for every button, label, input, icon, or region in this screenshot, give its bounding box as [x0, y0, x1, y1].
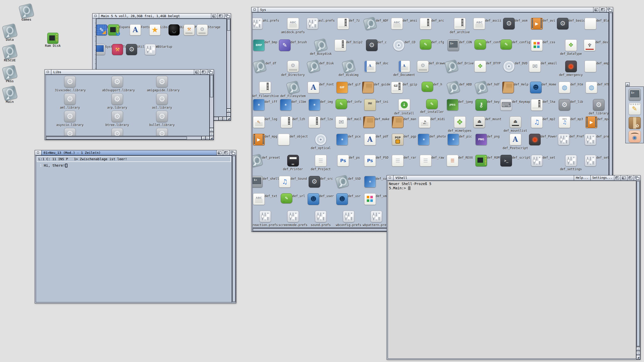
- icon-def_avi[interactable]: ▶def_avi: [528, 18, 558, 29]
- icon-def_mail[interactable]: ✉def_mail: [334, 116, 364, 128]
- dock-collapse-button[interactable]: ⌄: [625, 82, 630, 86]
- shrink-icon[interactable]: [614, 175, 621, 180]
- libs-hscrollbar[interactable]: [46, 136, 202, 140]
- iconify-icon[interactable]: [211, 14, 218, 18]
- libs-titlebar[interactable]: Libs: [45, 70, 214, 75]
- icon-def_config[interactable]: ✎def_config: [500, 39, 531, 50]
- scroll-down-icon[interactable]: ▽: [636, 351, 640, 355]
- vshell-titlebar[interactable]: VShell Help... Settings...: [387, 175, 640, 180]
- main-titlebar[interactable]: Main 5 % voll, 28,3GB frei, 1,4GB belegt: [93, 14, 231, 19]
- icon-ahi.prefs[interactable]: ahi.prefs: [252, 18, 280, 29]
- icon-PKGs[interactable]: PKGs: [0, 66, 26, 83]
- vshell-vscrollbar[interactable]: [636, 181, 640, 347]
- icon-amidock.prefs[interactable]: ABCamidock.prefs: [278, 18, 308, 34]
- sys-titlebar[interactable]: Sys: [252, 7, 613, 12]
- icon-def_midi[interactable]: ♫def_midi: [417, 116, 447, 128]
- icon-def_mpeg[interactable]: ▶def_mpeg: [584, 116, 609, 128]
- icon-def_hdf[interactable]: def_hdf: [472, 82, 503, 93]
- icon-asl.prefs[interactable]: asl.prefs: [306, 18, 336, 29]
- icon-def_png[interactable]: PNGdef_png: [472, 134, 503, 145]
- depth-icon[interactable]: [224, 14, 231, 18]
- icon-def_CON[interactable]: 1>def_CON: [445, 39, 475, 51]
- icon-def_Filesystem[interactable]: def_Filesystem: [278, 82, 308, 98]
- dock-archive-icon[interactable]: ✿: [629, 117, 641, 129]
- icon-def_Disk[interactable]: def_Disk: [306, 61, 336, 72]
- icon-def_bmp[interactable]: BMPdef_bmp: [252, 39, 280, 51]
- icon-def_pcx[interactable]: ✶def_pcx: [334, 134, 364, 145]
- scroll-down-icon[interactable]: ▽: [227, 113, 231, 117]
- icon-def_emergency[interactable]: ◉def_emergency: [556, 61, 586, 77]
- icon-def_pgp[interactable]: PGPdef_pgp: [389, 134, 419, 145]
- icon-wbconfig.prefs[interactable]: wbconfig.prefs: [334, 211, 364, 227]
- icon-bullet.library[interactable]: ⚙bullet.library: [147, 111, 177, 127]
- icon-Main[interactable]: Main: [0, 87, 26, 104]
- icon-def_asm[interactable]: ⚙def_asm: [500, 18, 531, 29]
- icon-screenmode.prefs[interactable]: screenmode.prefs: [278, 211, 308, 227]
- close-icon[interactable]: [252, 7, 258, 12]
- iconify-icon[interactable]: [621, 175, 627, 180]
- icon-def_setup[interactable]: def_setup: [584, 155, 609, 166]
- editor-titlebar[interactable]: 01>Neu_13 (Mod.) - 1 Zeile(n): [35, 150, 236, 155]
- icon-def_raw[interactable]: ☰def_raw: [417, 155, 447, 166]
- editor-content[interactable]: L:1 C: 11 INS P 1> Zwischenablage ist le…: [36, 155, 232, 302]
- icon-def_script[interactable]: >_def_script: [500, 155, 531, 166]
- libs-vscrollbar[interactable]: [210, 75, 214, 128]
- icon-RESCUE[interactable]: RESCUE: [0, 45, 26, 62]
- icon-def_Help[interactable]: def_Help: [500, 82, 531, 93]
- scroll-right-icon[interactable]: ▷: [206, 136, 210, 140]
- icon-def_brush[interactable]: ✎def_brush: [278, 39, 308, 51]
- icon-def_Pref[interactable]: def_Pref: [556, 134, 586, 145]
- icon-def_usr[interactable]: ☻def_usr: [334, 193, 364, 205]
- icon-def_email[interactable]: ✉def_email: [528, 61, 558, 72]
- icon-def_Power[interactable]: ◉def_Power: [528, 134, 558, 145]
- depth-icon[interactable]: [634, 175, 640, 180]
- icon-def_mp3[interactable]: ♫MP3def_mp3: [556, 116, 586, 128]
- icon-def_photo[interactable]: ✶def_photo: [417, 134, 447, 145]
- icon-def_Sound[interactable]: ♫def_Sound: [278, 176, 308, 188]
- icon-def_rar[interactable]: ☰def_rar: [389, 155, 419, 166]
- icon-sound.prefs[interactable]: sound.prefs: [306, 211, 336, 227]
- icon-def_ansi[interactable]: ABCdef_ansi: [389, 18, 419, 29]
- icon-def_device[interactable]: ♆def_device: [584, 39, 609, 51]
- icon-def_bzip2[interactable]: def_bzip2: [334, 39, 364, 51]
- depth-icon[interactable]: [207, 70, 214, 74]
- icon-def_DataType[interactable]: ❖def_DataType: [556, 39, 586, 56]
- close-icon[interactable]: [93, 14, 99, 18]
- icon-def_mp2[interactable]: ♫def_mp2: [528, 116, 558, 128]
- icon-def_arc[interactable]: def_arc: [417, 18, 447, 29]
- icon-def_gif[interactable]: GIFdef_gif: [334, 82, 364, 93]
- icon-def_empty[interactable]: def_empty: [584, 61, 609, 72]
- icon-def_settings[interactable]: def_settings: [556, 155, 586, 171]
- icon-def_mountlist[interactable]: ⏏def_mountlist: [500, 116, 531, 133]
- icon-def_ascii[interactable]: ABCdef_ascii: [472, 18, 503, 29]
- vshell-content[interactable]: Neuer Shell-Prozeß 5 5.Main:>: [388, 181, 636, 359]
- icon-def_ilbm[interactable]: ✶def_ilbm: [278, 99, 308, 111]
- icon-def_ini[interactable]: INIdef_ini: [361, 99, 391, 111]
- resize-icon[interactable]: ◢: [636, 355, 640, 359]
- icon-def_diskimg[interactable]: def_diskimg: [334, 61, 364, 77]
- icon-def_man[interactable]: def_man: [389, 116, 419, 128]
- icon-Storage[interactable]: ⚙Storage: [193, 24, 224, 35]
- icon-def_basic[interactable]: ⚙def_basic: [556, 18, 586, 29]
- icon-def_Drive[interactable]: def_Drive: [445, 61, 475, 72]
- icon-def_h[interactable]: ✎def_h: [417, 82, 447, 92]
- zoom-icon[interactable]: [218, 14, 224, 18]
- icon-unlabeled[interactable]: ⚙: [147, 128, 177, 136]
- icon-def_pdf[interactable]: Adef_pdf: [361, 134, 391, 145]
- scroll-up-icon[interactable]: △: [227, 109, 231, 113]
- icon-def_DTYP[interactable]: ❖def_DTYP: [472, 61, 503, 72]
- icon-btree.library[interactable]: ⚙btree.library: [102, 111, 132, 127]
- icon-def_lib[interactable]: ⚙def_lib: [556, 99, 586, 111]
- icon-def_Home[interactable]: ☻def_Home: [528, 82, 558, 93]
- icon-def_lzh[interactable]: def_lzh: [278, 116, 308, 128]
- icon-def_Project[interactable]: ☰def_Project: [306, 155, 336, 171]
- icon-unlabeled[interactable]: ⚙: [102, 128, 132, 136]
- icon-def_DVD[interactable]: def_DVD: [500, 61, 531, 72]
- icon-def_df[interactable]: def_df: [252, 61, 280, 72]
- icon-def_installer[interactable]: ✎def_installer: [417, 99, 447, 114]
- icon-reaction.prefs[interactable]: reaction.prefs: [252, 211, 280, 227]
- icon-def_cfg[interactable]: ✎def_cfg: [417, 39, 447, 50]
- icon-Data[interactable]: Data: [0, 25, 26, 41]
- icon-def_set[interactable]: def_set: [528, 155, 558, 166]
- icon-def_shell[interactable]: 1>def_shell: [252, 176, 280, 188]
